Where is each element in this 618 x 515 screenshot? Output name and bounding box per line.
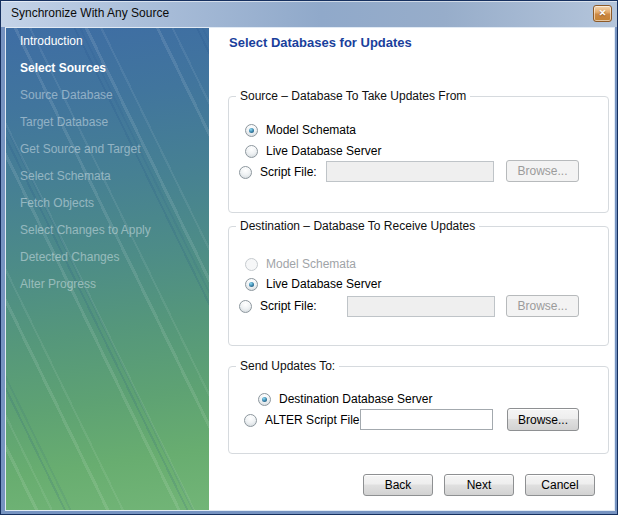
sidebar-item-introduction: Introduction (6, 28, 209, 55)
radio-label[interactable]: Live Database Server (266, 144, 381, 158)
radio-label[interactable]: Model Schemata (266, 123, 356, 137)
cancel-button[interactable]: Cancel (525, 474, 595, 496)
main-panel: Select Databases for Updates Source – Da… (209, 28, 614, 510)
option-destination-database-server[interactable]: Destination Database Server (258, 392, 432, 406)
radio-source-live-database-server[interactable] (245, 145, 258, 158)
source-browse-button[interactable]: Browse... (506, 160, 579, 182)
dialog-body: Introduction Select Sources Source Datab… (5, 27, 615, 511)
close-icon: ✕ (599, 8, 607, 18)
option-source-live-database-server[interactable]: Live Database Server (245, 144, 381, 158)
radio-label[interactable]: Live Database Server (266, 277, 381, 291)
sidebar-item-get-source-and-target: Get Source and Target (6, 136, 209, 163)
group-send-updates-to: Send Updates To: Destination Database Se… (228, 366, 609, 454)
group-source-database: Source – Database To Take Updates From M… (228, 96, 609, 213)
radio-alter-script-file[interactable] (244, 414, 257, 427)
close-button[interactable]: ✕ (593, 5, 612, 22)
sidebar-item-target-database: Target Database (6, 109, 209, 136)
group-destination-title: Destination – Database To Receive Update… (236, 219, 479, 233)
window-title: Synchronize With Any Source (11, 1, 169, 26)
source-script-file-input[interactable] (326, 161, 494, 182)
radio-source-script-file[interactable] (239, 166, 252, 179)
sidebar-item-detected-changes: Detected Changes (6, 244, 209, 271)
radio-destination-database-server[interactable] (258, 393, 271, 406)
radio-label[interactable]: Script File: (260, 165, 317, 179)
group-source-title: Source – Database To Take Updates From (236, 89, 470, 103)
wizard-steps-sidebar: Introduction Select Sources Source Datab… (6, 28, 209, 510)
radio-destination-live-database-server[interactable] (245, 278, 258, 291)
radio-label[interactable]: Script File: (260, 299, 317, 313)
option-destination-model-schemata[interactable]: Model Schemata (245, 257, 356, 271)
option-source-script-file[interactable]: Script File: (239, 165, 317, 179)
alter-browse-button[interactable]: Browse... (507, 408, 579, 431)
titlebar[interactable]: Synchronize With Any Source ✕ (1, 1, 617, 27)
wizard-step-list: Introduction Select Sources Source Datab… (6, 28, 209, 298)
radio-label[interactable]: Destination Database Server (279, 392, 432, 406)
group-destination-database: Destination – Database To Receive Update… (228, 226, 609, 346)
sidebar-item-select-changes-to-apply: Select Changes to Apply (6, 217, 209, 244)
sidebar-item-source-database: Source Database (6, 82, 209, 109)
radio-destination-model-schemata[interactable] (245, 258, 258, 271)
destination-browse-button[interactable]: Browse... (506, 295, 579, 317)
sidebar-item-alter-progress: Alter Progress (6, 271, 209, 298)
destination-script-file-input[interactable] (347, 296, 495, 317)
option-destination-script-file[interactable]: Script File: (239, 299, 317, 313)
radio-source-model-schemata[interactable] (245, 124, 258, 137)
radio-label[interactable]: Model Schemata (266, 257, 356, 271)
page-title: Select Databases for Updates (229, 35, 412, 50)
option-destination-live-database-server[interactable]: Live Database Server (245, 277, 381, 291)
group-send-updates-title: Send Updates To: (236, 359, 339, 373)
sidebar-item-fetch-objects: Fetch Objects (6, 190, 209, 217)
option-alter-script-file[interactable]: ALTER Script File: (244, 413, 363, 427)
option-source-model-schemata[interactable]: Model Schemata (245, 123, 356, 137)
sidebar-item-select-schemata: Select Schemata (6, 163, 209, 190)
sidebar-item-select-sources: Select Sources (6, 55, 209, 82)
radio-destination-script-file[interactable] (239, 300, 252, 313)
next-button[interactable]: Next (444, 474, 514, 496)
dialog-window: Synchronize With Any Source ✕ Introducti… (0, 0, 618, 515)
alter-script-file-input[interactable] (360, 409, 493, 430)
back-button[interactable]: Back (363, 474, 433, 496)
radio-label[interactable]: ALTER Script File: (265, 413, 363, 427)
